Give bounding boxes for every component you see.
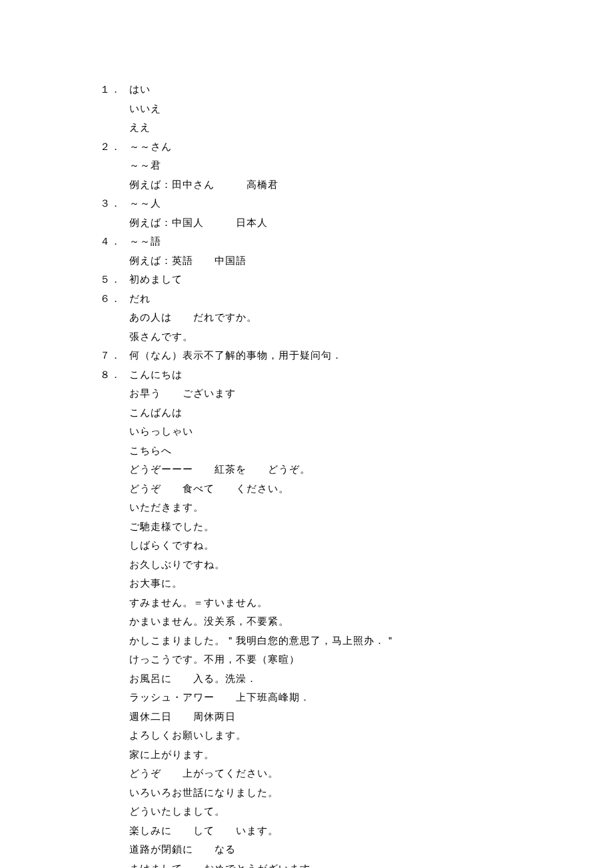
list-item: ３．～～人 <box>100 194 513 213</box>
list-item: ４．～～語 <box>100 232 513 251</box>
item-subline: いらっしゃい <box>100 422 513 441</box>
item-head: ～～人 <box>129 194 161 213</box>
item-number: ４． <box>100 232 129 251</box>
item-number: ７． <box>100 346 129 365</box>
item-subline: あの人は だれですか。 <box>100 308 513 327</box>
item-subline: 張さんです。 <box>100 327 513 347</box>
item-subline: すみません。＝すいません。 <box>100 593 513 613</box>
list-item: ７．何（なん）表示不了解的事物，用于疑问句． <box>100 346 513 365</box>
document-page: １．はいいいえええ２．～～さん～～君例えば：田中さん 高橋君３．～～人例えば：中… <box>0 0 613 868</box>
item-subline: お早う ございます <box>100 384 513 403</box>
item-subline: こんばんは <box>100 403 513 423</box>
item-number: ８． <box>100 365 129 385</box>
item-head: ～～さん <box>129 137 172 157</box>
item-head: 何（なん）表示不了解的事物，用于疑问句． <box>129 346 342 365</box>
item-subline: いただきます。 <box>100 498 513 517</box>
item-subline: ラッシュ・アワー 上下班高峰期． <box>100 688 513 707</box>
item-subline: よろしくお願いします。 <box>100 726 513 745</box>
item-subline: かまいません。没关系，不要紧。 <box>100 612 513 631</box>
item-subline: 例えば：田中さん 高橋君 <box>100 175 513 195</box>
item-subline: どうぞ 上がってください。 <box>100 764 513 783</box>
item-head: ～～語 <box>129 232 161 251</box>
list-item: ２．～～さん <box>100 137 513 157</box>
item-head: 初めまして <box>129 270 183 289</box>
item-subline: 楽しみに して います。 <box>100 821 513 841</box>
item-subline: どうぞーーー 紅茶を どうぞ。 <box>100 460 513 479</box>
item-head: はい <box>129 80 151 99</box>
item-subline: お風呂に 入る。洗澡． <box>100 669 513 689</box>
item-number: ３． <box>100 194 129 213</box>
item-subline: どうぞ 食べて ください。 <box>100 479 513 499</box>
item-subline: いいえ <box>100 99 513 119</box>
list-item: １．はい <box>100 80 513 99</box>
item-subline: まけまして おめでとうがざいます。 <box>100 859 513 869</box>
list-item: ８．こんにちは <box>100 365 513 385</box>
list-item: ５．初めまして <box>100 270 513 289</box>
item-subline: しばらくですね。 <box>100 536 513 555</box>
item-number: ２． <box>100 137 129 157</box>
item-subline: 家に上がります。 <box>100 745 513 765</box>
item-number: ５． <box>100 270 129 289</box>
item-subline: お久しぶりですね。 <box>100 555 513 575</box>
item-number: １． <box>100 80 129 99</box>
item-subline: ～～君 <box>100 156 513 175</box>
item-head: だれ <box>129 289 151 309</box>
item-subline: 例えば：英語 中国語 <box>100 251 513 271</box>
list-item: ６．だれ <box>100 289 513 309</box>
item-subline: かしこまりました。＂我明白您的意思了，马上照办．＂ <box>100 631 513 651</box>
item-subline: ええ <box>100 118 513 137</box>
item-number: ６． <box>100 289 129 309</box>
item-subline: 週休二日 周休两日 <box>100 707 513 727</box>
item-head: こんにちは <box>129 365 183 385</box>
item-subline: こちらへ <box>100 441 513 461</box>
item-subline: 道路が閉鎖に なる <box>100 840 513 859</box>
item-subline: けっこうです。不用，不要（寒暄） <box>100 650 513 669</box>
item-subline: ご馳走様でした。 <box>100 517 513 537</box>
item-subline: 例えば：中国人 日本人 <box>100 213 513 233</box>
item-subline: どういたしまして。 <box>100 802 513 821</box>
item-subline: お大事に。 <box>100 574 513 593</box>
item-subline: いろいろお世話になりました。 <box>100 783 513 803</box>
